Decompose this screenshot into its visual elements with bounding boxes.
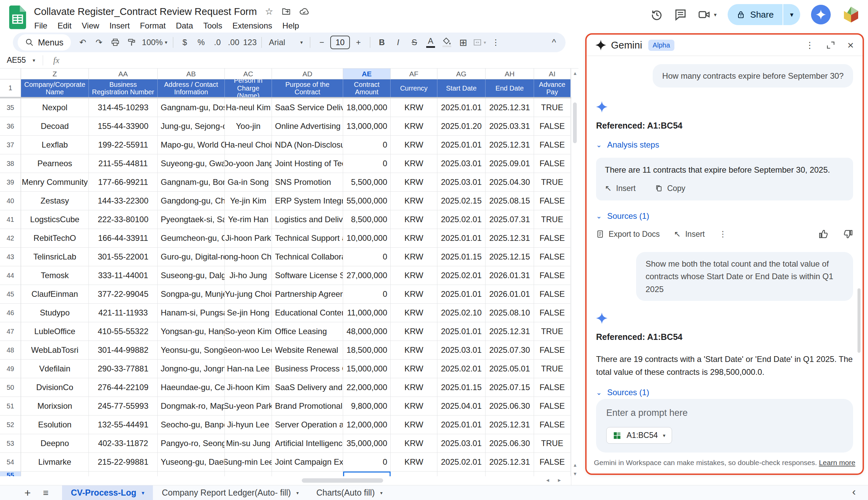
cell-person[interactable]: Min-su Jung [225,434,272,453]
cell-end-date[interactable]: 2025.09.01 [486,154,534,173]
cell-address[interactable]: Yeonsu-gu, Songdo-da [158,341,225,360]
share-dropdown[interactable]: ▾ [783,11,800,19]
cell-end-date[interactable]: 2025.03.31 [486,117,534,136]
menu-item[interactable]: Format [135,19,171,32]
sources-toggle[interactable]: ⌄ Sources (1) [596,211,853,221]
row-number[interactable]: 54 [0,453,21,471]
cell-company[interactable]: TelinsricLab [21,248,89,266]
cell-registration[interactable]: 314-45-10293 [89,98,158,117]
header-cell[interactable]: Purpose of the Contract [272,79,343,97]
cell-company[interactable]: Nexpol [21,98,89,117]
print-button[interactable] [107,35,123,50]
header-cell[interactable]: Start Date [437,79,486,97]
cell-advance-pay[interactable]: FALSE [534,192,571,210]
font-select[interactable]: Arial ▾ [266,35,306,50]
header-cell[interactable]: Advance Pay [534,79,571,97]
cell-amount[interactable]: 55,000,000 [343,192,391,210]
cell-address[interactable]: Suyeong-gu, Gwangall [158,154,225,173]
cell-person[interactable]: Ga-in Song [225,173,272,192]
row-number[interactable]: 36 [0,117,21,136]
cell-person[interactable]: Han-na Lee [225,360,272,378]
cloud-status-icon[interactable] [299,7,309,16]
cell-advance-pay[interactable]: TRUE [534,322,571,341]
cell-currency[interactable]: KRW [391,397,437,416]
cell-start-date[interactable]: 2025.02.10 [437,304,486,322]
column-letter[interactable]: AF [391,69,437,79]
cell-person[interactable]: Su-yeon Park [225,397,272,416]
insert-button[interactable]: ↖ Insert [674,229,705,239]
increase-decimals-button[interactable]: .00 [226,35,241,50]
close-icon[interactable]: × [847,40,854,50]
cell-purpose[interactable]: ERP System Integration [272,192,343,210]
cell-advance-pay[interactable]: FALSE [534,248,571,266]
cell-currency[interactable]: KRW [391,416,437,434]
thumbs-down-button[interactable] [843,229,853,239]
analysis-steps-toggle[interactable]: ⌄ Analysis steps [596,140,853,150]
cell-person[interactable]: Ji-hoon Kim [225,378,272,397]
cell-address[interactable]: Songpa-gu, Munjeong- [158,285,225,304]
share-button[interactable]: Share [728,4,783,25]
cell-company[interactable]: Zestasy [21,192,89,210]
cell-end-date[interactable]: 2025.08.15 [486,192,534,210]
cell-end-date[interactable]: 2025.07.15 [486,378,534,397]
cell-start-date[interactable]: 2025.01.15 [437,378,486,397]
fill-color-button[interactable] [439,35,455,50]
cell-person[interactable]: Dong-hoon Choi [225,248,272,266]
header-cell[interactable]: End Date [486,79,534,97]
cell-start-date[interactable]: 2025.01.15 [437,248,486,266]
hide-menus-button[interactable]: ^ [552,37,561,48]
header-cell[interactable]: Currency [391,79,437,97]
column-letter[interactable]: AI [534,69,571,79]
cell-address[interactable]: Guro-gu, Digital-ro [158,248,225,266]
cell-currency[interactable]: KRW [391,322,437,341]
undo-button[interactable]: ↶ [75,35,91,50]
menu-item[interactable]: Help [277,19,304,32]
cell-currency[interactable]: KRW [391,154,437,173]
cell-start-date[interactable]: 2025.02.01 [437,453,486,471]
cell-amount[interactable]: 0 [343,136,391,154]
cell-company[interactable]: Morixsion [21,397,89,416]
cell-person[interactable]: Ye-jin Kim [225,192,272,210]
row-number[interactable]: 44 [0,266,21,285]
sheet-tab[interactable]: Charts(Auto fill) ▾ [308,486,391,500]
cell-end-date[interactable]: 2025.08.10 [486,304,534,322]
strikethrough-button[interactable]: S [406,35,422,50]
cell-registration[interactable]: 402-33-11872 [89,434,158,453]
row-number[interactable]: 49 [0,360,21,378]
cell-person[interactable]: Ji-ho Jung [225,266,272,285]
column-letter[interactable]: AH [486,69,534,79]
copy-button[interactable]: Copy [655,183,686,193]
cell-registration[interactable]: 410-55-55322 [89,322,158,341]
cell[interactable] [486,471,534,476]
cell-amount[interactable]: 12,000,000 [343,416,391,434]
cell-purpose[interactable]: SaaS Delivery and Main [272,378,343,397]
cell-amount[interactable]: 10,000,000 [343,229,391,248]
row-number[interactable]: 43 [0,248,21,266]
cell-amount[interactable]: 5,500,000 [343,173,391,192]
cell-advance-pay[interactable]: FALSE [534,304,571,322]
row-number[interactable]: 1 [0,79,21,97]
cell-amount[interactable]: 35,000,000 [343,434,391,453]
sheet-tab-active[interactable]: CV-Process-Log ▾ [62,486,153,500]
cell-amount[interactable]: 0 [343,248,391,266]
cell-purpose[interactable]: Joint Hosting of Technica [272,154,343,173]
cell-currency[interactable]: KRW [391,173,437,192]
cell-registration[interactable]: 155-44-33900 [89,117,158,136]
header-cell[interactable]: Company/Corporate Name [21,79,89,97]
sheet-tab[interactable]: Company Report Ledger(Auto- fill) ▾ [153,486,308,500]
cell-registration[interactable]: 245-77-55993 [89,397,158,416]
row-number[interactable]: 40 [0,192,21,210]
header-cell[interactable]: Contract Amount [343,79,391,97]
header-cell[interactable]: Person in Charge (Name) [225,79,272,97]
cell-start-date[interactable]: 2025.03.01 [437,341,486,360]
cell-purpose[interactable]: Online Advertising Exec [272,117,343,136]
row-number[interactable]: 50 [0,378,21,397]
meet-button[interactable]: ▾ [698,8,717,21]
cell-currency[interactable]: KRW [391,378,437,397]
cell-currency[interactable]: KRW [391,266,437,285]
cell-end-date[interactable]: 2025.07.31 [486,210,534,229]
cell-amount[interactable]: 13,000,000 [343,117,391,136]
cell-address[interactable]: Pyeongtaek-si, Saneop [158,210,225,229]
vertical-scrollbar[interactable]: ▴ ▴ ▾ [571,69,578,486]
cell-registration[interactable]: 177-66-99211 [89,173,158,192]
